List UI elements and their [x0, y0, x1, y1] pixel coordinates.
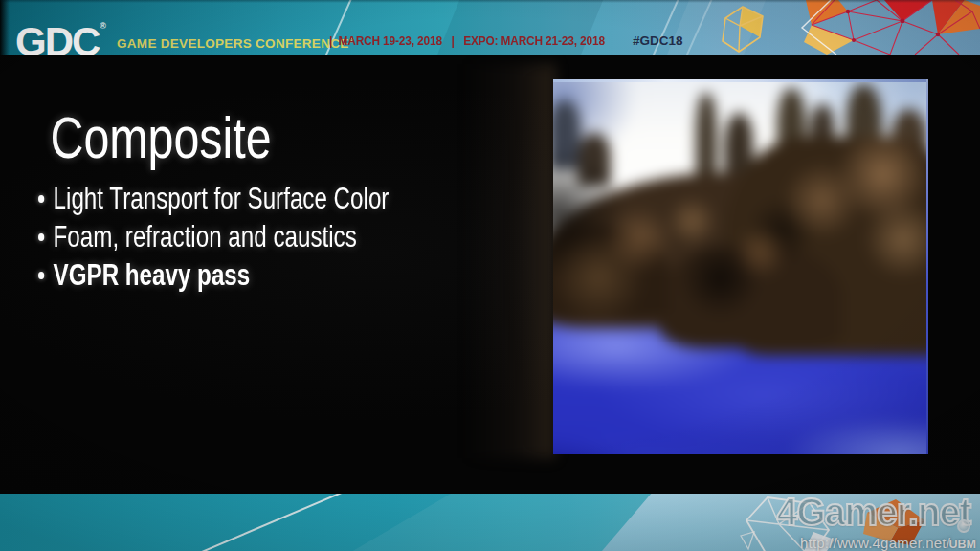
slide-title: Composite — [50, 107, 389, 168]
image-right-edge — [926, 79, 929, 454]
conference-name: GAME DEVELOPERS CONFERENCE® — [117, 34, 354, 51]
gdc-logo-text: GDC — [15, 19, 99, 55]
photographed-presentation-screen: GDC® GAME DEVELOPERS CONFERENCE® | MARCH… — [0, 0, 980, 551]
conference-dates: | MARCH 19-23, 2018 | EXPO: MARCH 21-23,… — [329, 34, 605, 48]
bullet-item: VGPR heavy pass — [38, 256, 389, 295]
bullet-list: Light Transport for Surface Color Foam, … — [38, 180, 389, 295]
presentation-slide: Composite Light Transport for Surface Co… — [0, 55, 980, 494]
render-screenshot-image — [553, 79, 928, 454]
footer-diagonal-line — [196, 494, 365, 551]
conference-hashtag: #GDC18 — [633, 34, 683, 48]
registered-mark: ® — [100, 21, 106, 31]
gdc-logo: GDC® — [15, 6, 106, 55]
bullet-item: Foam, refraction and caustics — [38, 218, 389, 256]
gdc-conference-banner: GDC® GAME DEVELOPERS CONFERENCE® | MARCH… — [0, 0, 980, 55]
projector-light-bleed — [463, 64, 555, 458]
blurred-scene — [553, 79, 928, 454]
slide-text-block: Composite Light Transport for Surface Co… — [38, 107, 389, 295]
image-top-edge — [553, 79, 928, 82]
scene-cliff-texture — [553, 97, 928, 356]
4gamer-url: http://www.4gamer.net/ — [800, 535, 950, 551]
geodesic-pattern-icon — [777, 0, 980, 55]
wireframe-cube-icon — [720, 4, 768, 54]
bullet-item: Light Transport for Surface Color — [38, 180, 389, 218]
stage-backdrop-footer: 4Gamer.net http://www.4gamer.net/ UBM — [0, 494, 980, 551]
4gamer-watermark: 4Gamer.net — [776, 494, 970, 535]
ubm-emblem-icon — [957, 519, 970, 533]
ubm-logo: UBM — [949, 538, 976, 551]
